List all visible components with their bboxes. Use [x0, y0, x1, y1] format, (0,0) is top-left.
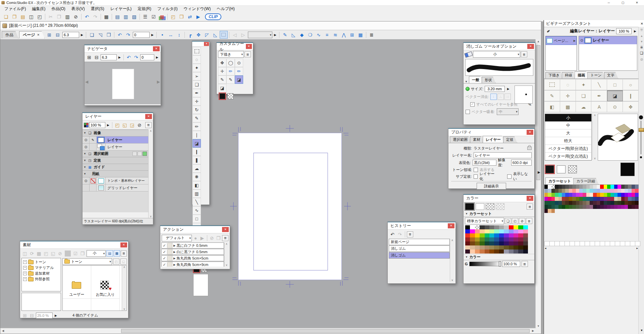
check-icon[interactable]: ☑ [72, 249, 79, 257]
page-item[interactable]: ページ... ▶ [546, 36, 577, 45]
size-input[interactable] [485, 86, 505, 92]
tool-size-item[interactable]: 特大 [545, 137, 591, 145]
proper-tab[interactable]: 選択範囲 [450, 136, 471, 143]
palette-swatch[interactable] [465, 249, 470, 254]
layer-down-icon[interactable]: ▾ [641, 40, 642, 43]
tone-tool-icon[interactable]: ▩ [560, 101, 576, 112]
palette-swatch[interactable] [586, 193, 590, 197]
palette-swatch[interactable] [635, 185, 638, 189]
close-icon[interactable]: ✕ [448, 223, 454, 228]
layer-opacity-input[interactable] [89, 122, 105, 128]
palette-swatch[interactable] [576, 189, 579, 193]
action-check-icon[interactable]: ✓ [162, 243, 167, 248]
text-list-icon[interactable]: ☰ [141, 13, 149, 21]
palette-swatch[interactable] [504, 237, 508, 241]
action-item[interactable]: ✓ ▶ 黒に白フチ 0.5mm [161, 242, 224, 248]
delete-layer-icon[interactable]: ⊘ [640, 57, 643, 62]
select-area-icon[interactable]: ◸ [203, 31, 211, 39]
page-search-icon[interactable]: ▧ [130, 13, 138, 21]
tombo-layer-row[interactable]: ⊙ トンボ・基本枠レイヤー [83, 177, 148, 184]
palette-swatch[interactable] [610, 197, 614, 201]
palette-swatch[interactable] [576, 205, 579, 209]
copy-icon[interactable]: ❐ [55, 13, 63, 21]
palette-swatch[interactable] [610, 189, 614, 193]
palette-swatch[interactable] [470, 233, 475, 237]
palette-swatch[interactable] [610, 193, 614, 197]
panel-menu-icon[interactable]: ≣ [245, 51, 251, 57]
ruler-preset-dropdown[interactable] [248, 32, 272, 38]
tree-item[interactable]: + マテリアル [22, 265, 60, 271]
gray-value[interactable]: 100.0 % [502, 261, 520, 267]
check-list-icon[interactable]: ☑ [150, 13, 158, 21]
zoom-input[interactable] [62, 32, 79, 38]
print-icon[interactable]: ▦ [102, 13, 110, 21]
menu-item[interactable]: レイヤー(L) [107, 6, 135, 12]
close-icon[interactable]: ✕ [527, 130, 533, 135]
erase-whole-line-icon[interactable]: ∷ [504, 94, 511, 100]
tool-size-item[interactable]: 大 [545, 129, 591, 137]
panel-menu-icon[interactable]: ≣ [527, 204, 533, 210]
pen-tool-icon[interactable]: ✎ [544, 90, 560, 101]
undo-icon[interactable]: ↶ [389, 230, 396, 238]
palette-swatch[interactable] [597, 205, 600, 209]
palette-swatch[interactable] [607, 189, 610, 193]
palette-swatch[interactable] [480, 229, 484, 233]
panel-menu-icon[interactable]: ≣ [521, 51, 527, 57]
action-check-icon[interactable]: ✓ [162, 263, 167, 267]
close-icon[interactable]: ✕ [145, 114, 152, 119]
palette-swatch[interactable] [632, 185, 635, 189]
dotted-select-icon[interactable] [220, 31, 228, 39]
palette-swatch[interactable] [562, 185, 565, 189]
menu-item[interactable]: フィルタ(I) [154, 6, 180, 12]
palette-swatch[interactable] [523, 249, 528, 254]
palette-swatch[interactable] [504, 225, 508, 229]
strip-scroll-right-icon[interactable]: ▸ [636, 246, 638, 250]
palette-swatch[interactable] [489, 241, 494, 245]
palette-swatch[interactable] [499, 249, 504, 254]
palette-swatch[interactable] [475, 233, 480, 237]
paper-group-row[interactable]: ▼ 用紙 [83, 171, 148, 177]
palette-swatch[interactable] [470, 225, 475, 229]
palette-swatch[interactable] [593, 197, 596, 201]
zoom-out-icon[interactable]: ⊟ [54, 31, 62, 39]
black-swatch[interactable] [465, 203, 474, 210]
palette-swatch[interactable] [579, 189, 583, 193]
palette-swatch[interactable] [509, 229, 514, 233]
palette-swatch[interactable] [465, 245, 470, 249]
palette-swatch[interactable] [499, 241, 504, 245]
palette-swatch[interactable] [555, 197, 558, 201]
palette-swatch[interactable] [523, 245, 528, 249]
palette-swatch[interactable] [635, 205, 638, 209]
visibility-icon[interactable]: ⊙ [84, 145, 87, 149]
lasso-tool-icon[interactable]: ◌ [560, 79, 576, 90]
action-item[interactable]: ✓ ▶ 角丸四角 5cm×9cm [161, 262, 224, 267]
story-editor-icon[interactable]: ▤ [113, 13, 121, 21]
delete-layer-icon[interactable]: ⊘ [136, 121, 143, 129]
palette-swatch[interactable] [635, 197, 638, 201]
zoom-tool-icon[interactable]: ⊙ [607, 101, 623, 112]
palette-swatch[interactable] [600, 185, 603, 189]
tree-item[interactable]: + 追加素材 [22, 271, 60, 276]
multi-curve-icon[interactable]: ≋ [331, 31, 339, 39]
collapse-icon[interactable]: ▼ [465, 80, 468, 83]
tool-size-item[interactable]: 中 [545, 122, 591, 129]
palette-swatch[interactable] [618, 185, 621, 189]
marquee-tool-icon[interactable] [544, 79, 560, 90]
play-icon[interactable]: ▶ [199, 234, 205, 242]
palette-swatch[interactable] [480, 241, 484, 245]
french-curve-icon[interactable]: ∿ [315, 31, 323, 39]
select-pen-icon[interactable]: ◺ [211, 31, 219, 39]
eyedropper-tool-icon[interactable]: ✒ [591, 90, 607, 101]
palette-swatch[interactable] [583, 201, 586, 205]
palette-swatch[interactable] [480, 245, 484, 249]
layers-scrollbar[interactable]: ∧∨ [148, 129, 153, 218]
palette-swatch[interactable] [509, 245, 514, 249]
close-icon[interactable]: ✕ [246, 44, 252, 49]
rotation-spinner[interactable]: ▶ [150, 33, 155, 37]
palette-swatch[interactable] [551, 197, 555, 201]
move-tool-icon[interactable]: ✛ [193, 97, 201, 106]
thumbnail-size-dropdown[interactable]: 小 [87, 250, 106, 257]
brush-tool-icon[interactable]: ❙ [193, 148, 201, 156]
palette-swatch[interactable] [590, 193, 593, 197]
palette-swatch[interactable] [548, 189, 551, 193]
